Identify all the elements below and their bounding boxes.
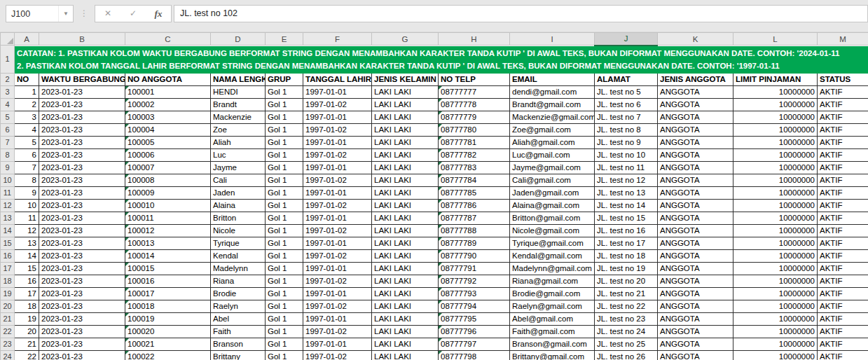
- cell-waktu[interactable]: 2023-01-23: [39, 224, 125, 237]
- cell-no_anggota[interactable]: 100005: [125, 136, 211, 148]
- notes-banner-cell[interactable]: CATATAN: 1. PASTIKAN KOLOM WAKTU BERGABU…: [15, 46, 868, 74]
- cell-email[interactable]: Brandt@gmail.com: [510, 98, 595, 111]
- cell-alamat[interactable]: JL. test no 10: [595, 148, 658, 161]
- cell-nama[interactable]: Riana: [211, 275, 266, 287]
- cell-status[interactable]: AKTIF: [818, 287, 868, 300]
- cell-lahir[interactable]: 1997-01-01: [303, 312, 372, 325]
- name-box[interactable]: J100 ▼: [6, 5, 74, 22]
- cell-status[interactable]: AKTIF: [818, 249, 868, 262]
- cell-kelamin[interactable]: LAKI LAKI: [372, 111, 439, 123]
- cell-limit[interactable]: 10000000: [733, 136, 818, 148]
- cell-waktu[interactable]: 2023-01-23: [39, 338, 125, 350]
- cell-limit[interactable]: 10000000: [733, 325, 818, 338]
- field-header-jenis[interactable]: JENIS ANGGOTA: [658, 73, 733, 85]
- cell-jenis[interactable]: ANGGOTA: [658, 174, 733, 186]
- cell-no_anggota[interactable]: 100006: [125, 148, 211, 161]
- cell-telp[interactable]: 08777798: [439, 350, 510, 360]
- cell-jenis[interactable]: ANGGOTA: [658, 300, 733, 312]
- cell-jenis[interactable]: ANGGOTA: [658, 148, 733, 161]
- cell-no_anggota[interactable]: 100001: [125, 85, 211, 98]
- cell-lahir[interactable]: 1997-01-02: [303, 199, 372, 212]
- cell-jenis[interactable]: ANGGOTA: [658, 350, 733, 360]
- cell-kelamin[interactable]: LAKI LAKI: [372, 224, 439, 237]
- cell-kelamin[interactable]: LAKI LAKI: [372, 161, 439, 174]
- cell-grup[interactable]: Gol 1: [266, 199, 303, 212]
- column-header-I[interactable]: I: [510, 33, 595, 46]
- cell-email[interactable]: Brittany@gmail.com: [510, 350, 595, 360]
- row-header-9[interactable]: 9: [1, 161, 15, 174]
- formula-bar-input[interactable]: JL. test no 102: [174, 5, 868, 22]
- cell-telp[interactable]: 08777793: [439, 287, 510, 300]
- cell-telp[interactable]: 08777786: [439, 199, 510, 212]
- cell-email[interactable]: Jaden@gmail.com: [510, 186, 595, 199]
- cell-email[interactable]: Abel@gmail.com: [510, 312, 595, 325]
- row-header-3[interactable]: 3: [1, 85, 15, 98]
- column-header-K[interactable]: K: [658, 33, 733, 46]
- column-header-E[interactable]: E: [266, 33, 303, 46]
- cell-status[interactable]: AKTIF: [818, 224, 868, 237]
- cell-status[interactable]: AKTIF: [818, 237, 868, 249]
- cell-kelamin[interactable]: LAKI LAKI: [372, 338, 439, 350]
- cell-grup[interactable]: Gol 1: [266, 249, 303, 262]
- column-header-F[interactable]: F: [303, 33, 372, 46]
- cell-no[interactable]: 22: [15, 350, 39, 360]
- cell-waktu[interactable]: 2023-01-23: [39, 287, 125, 300]
- cell-kelamin[interactable]: LAKI LAKI: [372, 249, 439, 262]
- row-header-22[interactable]: 22: [1, 325, 15, 338]
- cell-kelamin[interactable]: LAKI LAKI: [372, 325, 439, 338]
- cell-kelamin[interactable]: LAKI LAKI: [372, 312, 439, 325]
- cell-no_anggota[interactable]: 100021: [125, 338, 211, 350]
- row-header-11[interactable]: 11: [1, 186, 15, 199]
- cell-limit[interactable]: 10000000: [733, 85, 818, 98]
- cell-no[interactable]: 15: [15, 262, 39, 275]
- cell-status[interactable]: AKTIF: [818, 350, 868, 360]
- name-box-dropdown-icon[interactable]: ▼: [58, 6, 73, 22]
- cell-nama[interactable]: HENDI: [211, 85, 266, 98]
- cell-grup[interactable]: Gol 1: [266, 237, 303, 249]
- cell-jenis[interactable]: ANGGOTA: [658, 338, 733, 350]
- row-header-1[interactable]: 1: [1, 46, 15, 74]
- cell-limit[interactable]: 10000000: [733, 262, 818, 275]
- column-header-G[interactable]: G: [372, 33, 439, 46]
- cell-alamat[interactable]: JL. test no 5: [595, 85, 658, 98]
- cell-lahir[interactable]: 1997-01-02: [303, 98, 372, 111]
- cell-nama[interactable]: Jaden: [211, 186, 266, 199]
- cell-jenis[interactable]: ANGGOTA: [658, 98, 733, 111]
- cell-lahir[interactable]: 1997-01-02: [303, 325, 372, 338]
- cell-kelamin[interactable]: LAKI LAKI: [372, 148, 439, 161]
- cell-telp[interactable]: 08777784: [439, 174, 510, 186]
- cell-status[interactable]: AKTIF: [818, 85, 868, 98]
- cell-grup[interactable]: Gol 1: [266, 275, 303, 287]
- cell-lahir[interactable]: 1997-01-02: [303, 174, 372, 186]
- cell-nama[interactable]: Kendal: [211, 249, 266, 262]
- cell-nama[interactable]: Alaina: [211, 199, 266, 212]
- cell-no[interactable]: 1: [15, 85, 39, 98]
- cell-nama[interactable]: Tyrique: [211, 237, 266, 249]
- cell-kelamin[interactable]: LAKI LAKI: [372, 275, 439, 287]
- cell-telp[interactable]: 08777780: [439, 123, 510, 136]
- cell-alamat[interactable]: JL. test no 21: [595, 287, 658, 300]
- row-header-2[interactable]: 2: [1, 73, 15, 85]
- row-header-4[interactable]: 4: [1, 98, 15, 111]
- cell-no[interactable]: 18: [15, 300, 39, 312]
- row-header-15[interactable]: 15: [1, 237, 15, 249]
- cell-no[interactable]: 17: [15, 287, 39, 300]
- row-header-8[interactable]: 8: [1, 148, 15, 161]
- cell-grup[interactable]: Gol 1: [266, 300, 303, 312]
- cell-waktu[interactable]: 2023-01-23: [39, 199, 125, 212]
- cell-lahir[interactable]: 1997-01-01: [303, 262, 372, 275]
- cell-nama[interactable]: Mackenzie: [211, 111, 266, 123]
- cell-status[interactable]: AKTIF: [818, 325, 868, 338]
- cell-no[interactable]: 7: [15, 161, 39, 174]
- cell-status[interactable]: AKTIF: [818, 161, 868, 174]
- cell-kelamin[interactable]: LAKI LAKI: [372, 98, 439, 111]
- cell-no[interactable]: 12: [15, 224, 39, 237]
- cell-email[interactable]: dendi@gmail.com: [510, 85, 595, 98]
- cell-no_anggota[interactable]: 100003: [125, 111, 211, 123]
- cell-telp[interactable]: 08777788: [439, 224, 510, 237]
- field-header-alamat[interactable]: ALAMAT: [595, 73, 658, 85]
- row-header-20[interactable]: 20: [1, 300, 15, 312]
- cell-no_anggota[interactable]: 100022: [125, 350, 211, 360]
- cell-telp[interactable]: 08777777: [439, 85, 510, 98]
- cell-alamat[interactable]: JL. test no 12: [595, 174, 658, 186]
